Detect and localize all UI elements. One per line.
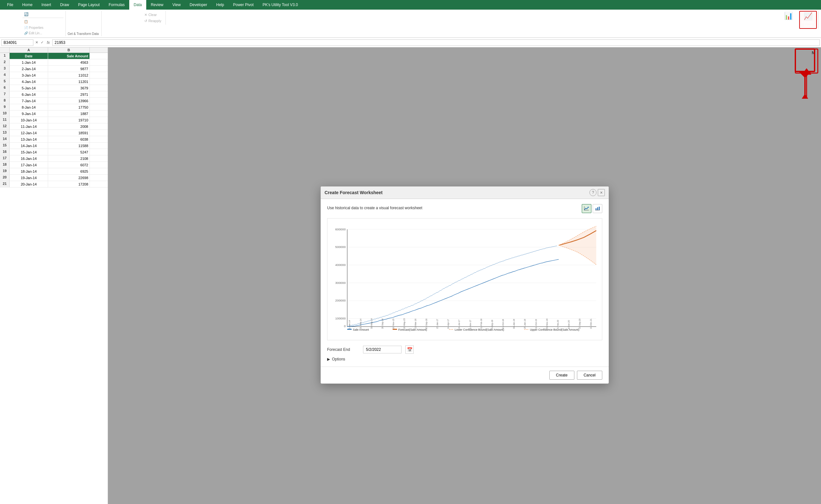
svg-text:17-Oct-18: 17-Oct-18 xyxy=(502,319,504,329)
tab-file[interactable]: File xyxy=(3,0,18,10)
amount-cell[interactable]: 6038 xyxy=(48,136,90,142)
amount-cell[interactable]: 6925 xyxy=(48,168,90,174)
row-number: 8 xyxy=(0,98,10,104)
line-chart-btn[interactable] xyxy=(582,204,591,213)
get-data-button[interactable]: 🗄 GetData ▾ xyxy=(4,11,22,28)
tab-page-layout[interactable]: Page Layout xyxy=(73,0,104,10)
svg-rect-7 xyxy=(597,207,598,210)
svg-text:300000: 300000 xyxy=(335,281,346,285)
date-cell[interactable]: 8-Jan-14 xyxy=(10,104,48,110)
amount-cell[interactable]: 2108 xyxy=(48,155,90,161)
refresh-icon: 🔄 xyxy=(24,12,29,16)
row-number: 7 xyxy=(0,91,10,97)
date-cell[interactable]: 15-Jan-14 xyxy=(10,149,48,155)
amount-cell[interactable]: 4563 xyxy=(48,59,90,65)
amount-cell[interactable]: 18591 xyxy=(48,130,90,136)
main-area: N Create Forecast Worksheet ? × xyxy=(108,47,821,504)
date-cell[interactable]: 12-Jan-14 xyxy=(10,130,48,136)
col-a-header: A xyxy=(10,47,48,53)
amount-cell[interactable]: 3679 xyxy=(48,85,90,91)
what-if-button[interactable]: 📊 What-IfAnalysis ▾ xyxy=(779,11,798,28)
amount-cell[interactable]: 2971 xyxy=(48,91,90,97)
amount-cell[interactable]: 19710 xyxy=(48,117,90,123)
tab-view[interactable]: View xyxy=(168,0,185,10)
date-cell[interactable]: 5-Jan-14 xyxy=(10,85,48,91)
date-cell[interactable]: 6-Jan-14 xyxy=(10,91,48,97)
forecast-end-input[interactable] xyxy=(363,346,402,353)
amount-cell[interactable]: 9877 xyxy=(48,66,90,72)
amount-cell[interactable]: 11201 xyxy=(48,78,90,85)
refresh-all-button[interactable]: 🔄 Refresh All ▾ xyxy=(22,12,63,17)
calendar-button[interactable]: 📅 xyxy=(405,345,414,354)
svg-rect-6 xyxy=(595,208,596,210)
amount-cell[interactable]: 5247 xyxy=(48,149,90,155)
properties-button[interactable]: 📄 Properties xyxy=(22,25,63,30)
tab-power-pivot[interactable]: Power Pivot xyxy=(229,0,258,10)
clear-button[interactable]: ✕ Clear xyxy=(143,12,163,18)
date-cell[interactable]: 19-Jan-14 xyxy=(10,175,48,181)
table-row: 13 12-Jan-14 18591 xyxy=(0,130,108,136)
chart-svg: 600000 500000 400000 300000 200000 10000… xyxy=(330,221,599,336)
amount-cell[interactable]: 2008 xyxy=(48,123,90,129)
date-cell[interactable]: 17-Jan-14 xyxy=(10,162,48,168)
date-cell[interactable]: 14-Jan-14 xyxy=(10,143,48,149)
date-cell[interactable]: 2-Jan-14 xyxy=(10,66,48,72)
sort-az-button[interactable]: ⬆⬇ A↑Z xyxy=(105,12,121,18)
name-box[interactable] xyxy=(1,39,33,46)
date-cell[interactable]: 1-Jan-14 xyxy=(10,59,48,65)
amount-cell[interactable]: 17750 xyxy=(48,104,90,110)
queries-button[interactable]: 📋 Queries & Connections xyxy=(22,19,63,24)
bar-chart-btn[interactable] xyxy=(593,204,602,213)
tab-review[interactable]: Review xyxy=(146,0,168,10)
options-row[interactable]: ▶ Options xyxy=(327,357,602,361)
svg-rect-50 xyxy=(393,329,397,330)
formula-input[interactable] xyxy=(52,39,820,46)
date-cell[interactable]: 10-Jan-14 xyxy=(10,117,48,123)
edit-links-button[interactable]: 🔗 Edit Lin... xyxy=(22,31,63,36)
reapply-button[interactable]: ↺ Reapply xyxy=(143,18,163,24)
amount-cell[interactable]: 11588 xyxy=(48,143,90,149)
group-forecast: 📊 What-IfAnalysis ▾ 📈 ForecastSheet xyxy=(778,11,818,29)
create-button[interactable]: Create xyxy=(549,371,574,380)
amount-cell[interactable]: 17208 xyxy=(48,181,90,187)
amount-cell[interactable]: 6072 xyxy=(48,162,90,168)
modal-help-button[interactable]: ? xyxy=(589,189,596,196)
modal-overlay: Create Forecast Worksheet ? × Use histor… xyxy=(108,47,821,504)
tab-draw[interactable]: Draw xyxy=(55,0,73,10)
amount-cell[interactable]: 22698 xyxy=(48,175,90,181)
amount-cell[interactable]: 1887 xyxy=(48,111,90,117)
svg-text:20-Feb-14: 20-Feb-14 xyxy=(360,319,362,329)
tab-home[interactable]: Home xyxy=(18,0,37,10)
modal-close-button[interactable]: × xyxy=(598,189,605,196)
filter-button[interactable]: ▽ Filter xyxy=(125,11,139,25)
forecast-chart: 600000 500000 400000 300000 200000 10000… xyxy=(327,218,602,340)
tab-help[interactable]: Help xyxy=(212,0,229,10)
amount-cell[interactable]: 11012 xyxy=(48,72,90,78)
date-cell[interactable]: 20-Jan-14 xyxy=(10,181,48,187)
date-cell[interactable]: 4-Jan-14 xyxy=(10,78,48,85)
formula-bar: ✕ ✓ fx xyxy=(0,38,821,47)
tab-data[interactable]: Data xyxy=(129,0,146,10)
amount-col-header[interactable]: Sale Amount xyxy=(48,53,90,59)
date-col-header[interactable]: Date xyxy=(10,53,48,59)
row-number: 11 xyxy=(0,117,10,123)
svg-text:3-Sep-18: 3-Sep-18 xyxy=(491,320,493,329)
date-cell[interactable]: 13-Jan-14 xyxy=(10,136,48,142)
tab-insert[interactable]: Insert xyxy=(37,0,55,10)
date-cell[interactable]: 9-Jan-14 xyxy=(10,111,48,117)
row-num-header xyxy=(0,47,10,53)
tab-pk-utility[interactable]: PK's Utility Tool V3.0 xyxy=(258,0,303,10)
date-cell[interactable]: 3-Jan-14 xyxy=(10,72,48,78)
tab-developer[interactable]: Developer xyxy=(185,0,212,10)
date-cell[interactable]: 7-Jan-14 xyxy=(10,98,48,104)
amount-cell[interactable]: 13966 xyxy=(48,98,90,104)
date-cell[interactable]: 18-Jan-14 xyxy=(10,168,48,174)
tab-formulas[interactable]: Formulas xyxy=(104,0,129,10)
date-cell[interactable]: 16-Jan-14 xyxy=(10,155,48,161)
svg-text:10-Dec-21: 10-Dec-21 xyxy=(590,318,592,329)
forecast-sheet-label: ForecastSheet xyxy=(802,21,814,28)
date-cell[interactable]: 11-Jan-14 xyxy=(10,123,48,129)
forecast-sheet-button[interactable]: 📈 ForecastSheet xyxy=(799,11,817,29)
cancel-button[interactable]: Cancel xyxy=(577,371,602,380)
sort-za-button[interactable]: ⬇⬆ Z↑A xyxy=(105,18,121,24)
